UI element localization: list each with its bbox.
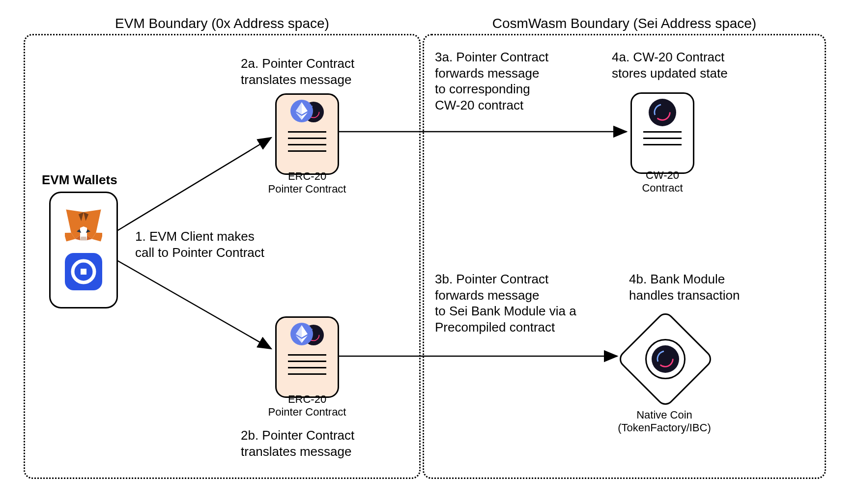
evm-boundary-title: EVM Boundary (0x Address space)	[25, 16, 419, 31]
step-4a-label: 4a. CW-20 Contract stores updated state	[612, 49, 759, 81]
cw20-contract-label: CW-20 Contract	[613, 169, 712, 195]
step-1-label: 1. EVM Client makes call to Pointer Cont…	[135, 228, 292, 260]
cw20-contract	[630, 92, 694, 174]
sei-icon-ring	[645, 339, 686, 379]
step-4b-label: 4b. Bank Module handles transaction	[629, 271, 776, 303]
eth-sei-icon-pair	[290, 323, 324, 347]
svg-marker-24	[296, 325, 302, 337]
wallets-title: EVM Wallets	[42, 172, 117, 188]
step-2a-label: 2a. Pointer Contract translates message	[241, 56, 388, 87]
sei-icon	[652, 345, 679, 373]
contract-lines-icon	[288, 354, 326, 375]
step-3b-label: 3b. Pointer Contract forwards message to…	[435, 271, 597, 335]
erc20-pointer-a-label: ERC-20 Pointer Contract	[258, 170, 356, 196]
ethereum-icon	[290, 323, 313, 345]
cosmwasm-boundary-title: CosmWasm Boundary (Sei Address space)	[424, 16, 825, 31]
erc20-pointer-b-label: ERC-20 Pointer Contract	[258, 393, 356, 419]
erc20-pointer-b	[275, 316, 339, 398]
contract-lines-icon	[643, 131, 682, 145]
metamask-icon	[65, 208, 102, 244]
step-2b-label: 2b. Pointer Contract translates message	[241, 427, 388, 459]
diagram-canvas: EVM Boundary (0x Address space) CosmWasm…	[0, 0, 858, 504]
erc20-pointer-a	[275, 93, 339, 175]
svg-point-28	[653, 103, 672, 122]
eth-sei-icon-pair	[290, 100, 324, 124]
svg-marker-4	[80, 237, 87, 241]
svg-point-30	[656, 349, 675, 368]
coinbase-icon	[65, 253, 102, 292]
svg-rect-14	[81, 269, 86, 275]
contract-lines-icon	[288, 131, 326, 152]
svg-marker-18	[296, 102, 302, 114]
wallets-box	[49, 192, 118, 308]
sei-icon	[649, 99, 676, 126]
native-coin-label: Native Coin (TokenFactory/IBC)	[615, 409, 714, 435]
step-3a-label: 3a. Pointer Contract forwards message to…	[435, 49, 582, 113]
ethereum-icon	[290, 100, 313, 122]
